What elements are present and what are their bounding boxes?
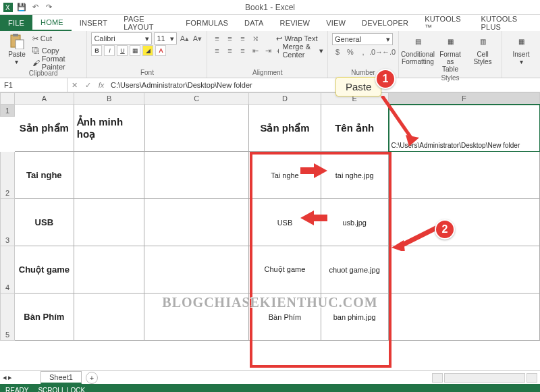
- save-icon[interactable]: 💾: [16, 2, 27, 13]
- tab-insert[interactable]: INSERT: [72, 15, 115, 31]
- tab-pagelayout[interactable]: PAGE LAYOUT: [115, 15, 178, 31]
- cell-b3[interactable]: [74, 199, 145, 246]
- conditional-formatting-button[interactable]: ▤Conditional Formatting: [403, 33, 433, 65]
- formula-input[interactable]: C:\Users\Administrator\Desktop\New folde…: [108, 81, 540, 89]
- cell-c4[interactable]: [144, 246, 249, 293]
- paste-label: Paste: [8, 51, 26, 58]
- decrease-font-icon[interactable]: A▾: [192, 33, 202, 44]
- cell-a3[interactable]: USB: [15, 199, 74, 246]
- orientation-icon[interactable]: ⤭: [250, 33, 261, 44]
- cell-styles-button[interactable]: ▥Cell Styles: [468, 33, 497, 65]
- tab-kutools[interactable]: KUTOOLS ™: [416, 15, 473, 31]
- group-label-styles: Styles: [403, 73, 497, 82]
- col-header-d[interactable]: D: [249, 92, 321, 105]
- tab-formulas[interactable]: FORMULAS: [178, 15, 236, 31]
- tab-review[interactable]: REVIEW: [272, 15, 319, 31]
- fx-icon[interactable]: fx: [94, 81, 108, 89]
- svg-marker-10: [406, 135, 419, 146]
- cell-a4[interactable]: Chuột game: [15, 246, 74, 293]
- hscroll-left-icon[interactable]: [432, 373, 443, 383]
- cell-f4[interactable]: [389, 246, 540, 293]
- tab-developer[interactable]: DEVELOPER: [354, 15, 416, 31]
- format-painter-button[interactable]: 🖌Format Painter: [32, 57, 83, 68]
- font-size-select[interactable]: 11▾: [154, 32, 177, 45]
- row-header-1[interactable]: 1: [0, 105, 15, 117]
- number-format-select[interactable]: General▾: [332, 33, 393, 45]
- tab-kutoolsplus[interactable]: KUTOOLS PLUS: [473, 15, 540, 31]
- cell-f2[interactable]: [389, 152, 540, 199]
- align-center-icon[interactable]: ≡: [224, 45, 235, 56]
- fill-color-button[interactable]: ◢: [142, 45, 153, 56]
- tab-file[interactable]: FILE: [0, 15, 32, 31]
- cell-b4[interactable]: [74, 246, 145, 293]
- col-header-a[interactable]: A: [15, 92, 74, 105]
- hscroll-right-icon[interactable]: [526, 373, 537, 383]
- align-right-icon[interactable]: ≡: [237, 45, 248, 56]
- align-top-icon[interactable]: ≡: [211, 33, 222, 44]
- cell-d1[interactable]: Sản phẩm: [249, 105, 321, 152]
- align-middle-icon[interactable]: ≡: [224, 33, 235, 44]
- percent-icon[interactable]: %: [345, 47, 356, 57]
- align-left-icon[interactable]: ≡: [211, 45, 222, 56]
- font-name-select[interactable]: Calibri▾: [91, 32, 152, 45]
- sheet-nav-last-icon[interactable]: ▸: [8, 373, 12, 382]
- underline-button[interactable]: U: [117, 45, 128, 56]
- merge-center-button[interactable]: ⫞Merge & Center▾: [276, 45, 323, 56]
- tab-home[interactable]: HOME: [32, 15, 72, 31]
- col-header-c[interactable]: C: [144, 92, 249, 105]
- cut-icon: ✂: [32, 34, 38, 43]
- enter-icon[interactable]: ✓: [81, 81, 94, 90]
- indent-decrease-icon[interactable]: ⇤: [250, 45, 261, 56]
- sheet-nav-first-icon[interactable]: ◂: [3, 373, 7, 382]
- indent-increase-icon[interactable]: ⇥: [263, 45, 273, 56]
- cell-b2[interactable]: [74, 152, 145, 199]
- decrease-decimal-icon[interactable]: ←.0: [383, 47, 394, 57]
- copy-icon: ⿻: [32, 47, 40, 55]
- hscroll-track[interactable]: [444, 373, 525, 383]
- cell-b1[interactable]: Ảnh minh hoạ: [74, 105, 145, 152]
- group-cells: ▦Insert▾: [502, 31, 540, 78]
- new-sheet-button[interactable]: +: [86, 372, 98, 384]
- align-bottom-icon[interactable]: ≡: [237, 33, 248, 44]
- ribbon-tabs: FILE HOME INSERT PAGE LAYOUT FORMULAS DA…: [0, 15, 540, 31]
- tab-data[interactable]: DATA: [236, 15, 272, 31]
- format-as-table-button[interactable]: ▦Format as Table: [435, 33, 465, 73]
- wrap-icon: ↩: [276, 34, 282, 43]
- row-header-2[interactable]: 2: [0, 152, 15, 199]
- cell-a2[interactable]: Tai nghe: [15, 152, 74, 199]
- currency-icon[interactable]: $: [332, 47, 343, 57]
- annotation-box-selection: [250, 152, 392, 368]
- italic-button[interactable]: I: [104, 45, 115, 56]
- cond-format-icon: ▤: [410, 33, 426, 49]
- increase-font-icon[interactable]: A▴: [179, 33, 190, 44]
- excel-icon: X: [3, 2, 14, 13]
- redo-icon[interactable]: ↷: [43, 2, 54, 13]
- insert-cells-button[interactable]: ▦Insert▾: [506, 33, 536, 65]
- col-header-b[interactable]: B: [74, 92, 145, 105]
- cell-c2[interactable]: [144, 152, 249, 199]
- sheet-tab-1[interactable]: Sheet1: [40, 371, 82, 384]
- paste-button[interactable]: Paste ▾: [4, 33, 30, 65]
- name-box[interactable]: F1: [0, 78, 68, 92]
- row-header-3[interactable]: 3: [0, 199, 15, 246]
- group-clipboard: Paste ▾ ✂Cut ⿻Copy 🖌Format Painter Clipb…: [0, 31, 87, 78]
- bold-button[interactable]: B: [91, 45, 102, 56]
- cell-c3[interactable]: [144, 199, 249, 246]
- arrow-right-1-icon: [300, 163, 327, 178]
- border-button[interactable]: ▦: [130, 45, 140, 56]
- increase-decimal-icon[interactable]: .0→: [371, 47, 381, 57]
- cancel-icon[interactable]: ✕: [68, 81, 81, 90]
- cut-button[interactable]: ✂Cut: [32, 33, 83, 44]
- select-all-corner[interactable]: [0, 92, 15, 105]
- tab-view[interactable]: VIEW: [318, 15, 354, 31]
- svg-text:X: X: [5, 4, 10, 11]
- cell-a1[interactable]: Sản phẩm: [15, 105, 74, 152]
- svg-rect-4: [16, 40, 24, 49]
- font-color-button[interactable]: A: [155, 45, 166, 56]
- svg-marker-5: [300, 163, 327, 178]
- comma-icon[interactable]: ,: [358, 47, 369, 57]
- undo-icon[interactable]: ↶: [30, 2, 40, 13]
- callout-1: 1: [375, 69, 396, 89]
- cell-c1[interactable]: [145, 105, 250, 152]
- row-header-4[interactable]: 4: [0, 246, 15, 293]
